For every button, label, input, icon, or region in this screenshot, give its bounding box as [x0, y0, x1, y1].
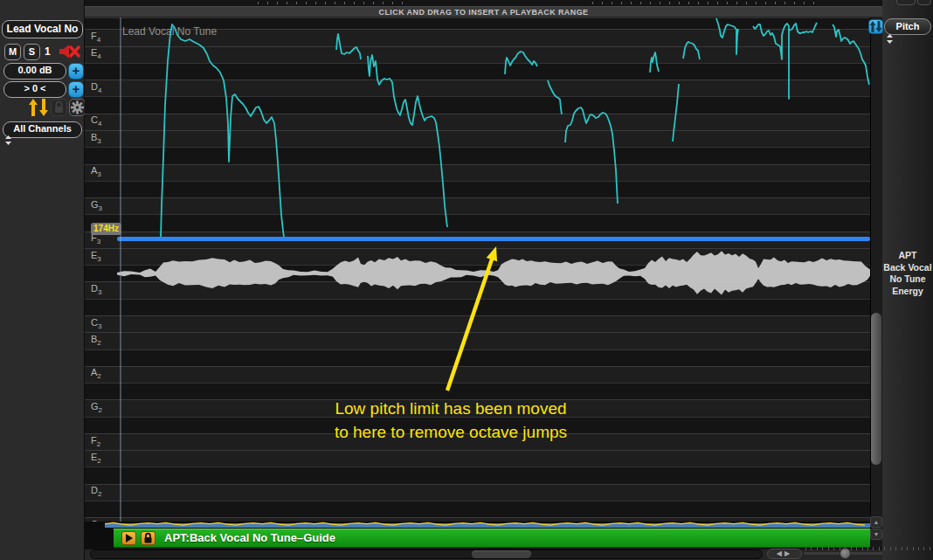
note-label: A2	[91, 367, 101, 380]
view-mode-dropdown[interactable]: Pitch	[884, 18, 931, 35]
clipped-toolbar-button[interactable]	[917, 0, 931, 5]
ruler-tick	[756, 2, 757, 4]
clipped-toolbar-button[interactable]	[896, 0, 916, 5]
channels-dropdown[interactable]: All Channels	[3, 121, 82, 138]
zoom-slider-tick	[817, 547, 818, 550]
note-row: G3	[85, 197, 870, 214]
note-row	[85, 467, 870, 483]
right-arrow-icon[interactable]: ▶	[784, 550, 792, 557]
ruler-tick	[746, 2, 747, 4]
ruler-tick	[717, 2, 718, 4]
ruler-tick	[621, 2, 622, 4]
zoom-slider-tick	[884, 547, 885, 550]
note-row	[85, 265, 870, 281]
ruler-tick	[679, 2, 680, 4]
zoom-slider-tick	[918, 547, 919, 550]
note-row: D3	[85, 281, 870, 298]
gain-value-button[interactable]: 0.00 dB	[3, 63, 66, 80]
ruler-tick	[267, 2, 268, 4]
ruler-tick	[373, 2, 374, 4]
zoom-slider-tick	[851, 547, 852, 550]
horizontal-scrollbar-thumb[interactable]	[472, 550, 531, 558]
ruler-tick	[727, 2, 728, 4]
note-row	[85, 349, 870, 366]
frequency-readout-badge: 174Hz	[91, 223, 121, 235]
ruler-tick	[660, 2, 660, 4]
ruler-tick	[640, 2, 641, 4]
mute-button[interactable]: M	[4, 44, 21, 60]
note-row: D2	[85, 484, 870, 501]
ruler-tick	[402, 2, 403, 4]
pan-plus-button[interactable]: +	[68, 81, 84, 98]
ruler-tick	[784, 2, 785, 4]
ruler-tick	[794, 2, 795, 4]
ruler-tick	[335, 2, 335, 4]
zoom-slider-tick	[867, 547, 868, 550]
note-row: B2	[85, 332, 870, 349]
zoom-slider-tick	[907, 547, 908, 550]
clip-name-label: Lead Vocal No Tune	[122, 25, 217, 38]
guide-track-label: APT:Back Vocal No Tune–Guide	[164, 529, 335, 547]
ruler-tick	[287, 2, 287, 4]
playback-range-bar[interactable]: CLICK AND DRAG TO INSERT A PLAYBACK RANG…	[85, 6, 882, 17]
pitch-grid-area[interactable]: F4E4D4C4B3A3G3F3E3D3C3B2A2G2F2E2D2C2	[85, 17, 870, 522]
note-label: C4	[91, 114, 101, 128]
muted-speaker-icon[interactable]	[58, 42, 82, 61]
note-row	[85, 501, 870, 517]
note-row	[85, 96, 870, 113]
gain-plus-button[interactable]: +	[68, 63, 84, 80]
lock-icon[interactable]	[141, 531, 156, 545]
updown-arrows-icon[interactable]	[29, 99, 48, 116]
play-icon[interactable]	[121, 531, 136, 545]
note-row: A3	[85, 164, 870, 181]
ruler-tick	[306, 2, 307, 4]
timeline-ruler[interactable]	[0, 0, 933, 6]
track-title-button[interactable]: Lead Vocal No	[2, 20, 83, 38]
note-label: F2	[91, 435, 100, 448]
lock-icon[interactable]	[51, 99, 67, 116]
track-swap-icon[interactable]	[868, 19, 883, 34]
pan-value-button[interactable]: > 0 <	[3, 81, 66, 98]
horizontal-scrollbar[interactable]	[90, 550, 763, 559]
ruler-tick	[765, 2, 766, 4]
guide-track-bar[interactable]: APT:Back Vocal No Tune–Guide	[114, 529, 870, 548]
vertical-scrollbar-thumb[interactable]	[871, 313, 881, 465]
view-mode-label: Pitch	[896, 21, 920, 31]
ruler-tick	[612, 2, 612, 4]
note-row: C4	[85, 114, 870, 130]
note-label: D3	[91, 283, 101, 296]
guide-mini-track[interactable]	[85, 522, 870, 529]
note-row: D4	[85, 80, 870, 96]
scroll-step-buttons[interactable]: ◀▶	[767, 549, 802, 559]
track-number: 1	[45, 45, 51, 58]
gear-icon[interactable]	[69, 99, 86, 116]
note-label: B3	[91, 132, 101, 145]
ruler-tick	[631, 2, 632, 4]
ruler-tick	[592, 2, 593, 4]
note-row: E3	[85, 248, 870, 265]
note-row	[85, 181, 870, 197]
corner-filler	[85, 529, 114, 549]
zoom-slider-tick	[890, 547, 891, 550]
zoom-slider-tick	[913, 547, 914, 550]
left-arrow-icon[interactable]: ◀	[777, 550, 784, 557]
scroll-up-button[interactable]: ▲	[870, 516, 882, 528]
note-label: B2	[91, 334, 101, 347]
zoom-slider-tick	[895, 547, 896, 550]
zoom-slider-tick	[833, 547, 834, 550]
zoom-slider-tick	[845, 547, 846, 550]
zoom-slider-tick	[805, 547, 806, 550]
low-pitch-limit-line[interactable]	[117, 237, 870, 241]
note-label: F4	[91, 31, 100, 44]
solo-button[interactable]: S	[24, 44, 40, 60]
note-label: D2	[91, 485, 101, 498]
scroll-down-button[interactable]: ▼	[870, 529, 882, 540]
up-down-stepper-icon	[5, 135, 11, 145]
note-row: A2	[85, 366, 870, 383]
pitch-editor-window: CLICK AND DRAG TO INSERT A PLAYBACK RANG…	[0, 0, 933, 560]
zoom-slider-tick	[879, 547, 880, 550]
ruler-tick	[315, 2, 316, 4]
note-row	[85, 299, 870, 315]
ruler-tick	[669, 2, 670, 4]
ruler-tick	[325, 2, 326, 4]
